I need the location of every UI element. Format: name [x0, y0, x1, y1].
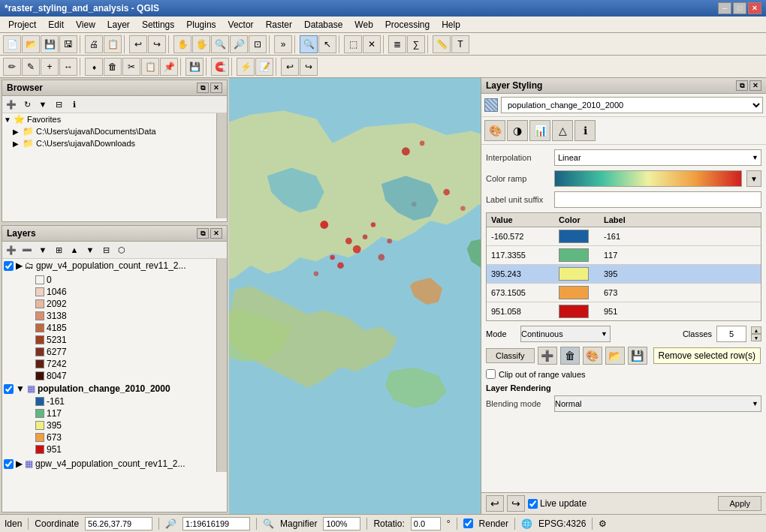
layer-row-g1-0[interactable]: 0 — [23, 274, 216, 286]
layer-row-g1-5[interactable]: 5231 — [23, 334, 216, 346]
select-feature-btn[interactable]: ↖ — [318, 35, 336, 53]
browser-filter-btn[interactable]: ▼ — [35, 98, 50, 111]
coordinate-input[interactable] — [85, 517, 152, 530]
delete-selected-btn[interactable]: 🗑 — [104, 58, 122, 76]
layer-group-1-header[interactable]: ▶ 🗂 gpw_v4_population_count_rev11_2... — [2, 259, 216, 272]
layers-group-btn[interactable]: ⊟ — [98, 243, 113, 257]
menu-plugins[interactable]: Plugins — [181, 17, 221, 32]
pan-map-btn[interactable]: 🖐 — [192, 35, 210, 53]
more-tools-btn[interactable]: » — [274, 35, 292, 53]
open-project-btn[interactable]: 📂 — [22, 35, 40, 53]
move-feature-btn[interactable]: ↔ — [59, 58, 77, 76]
vt-color-2[interactable] — [554, 265, 599, 283]
menu-settings[interactable]: Settings — [137, 17, 179, 32]
menu-layer[interactable]: Layer — [102, 17, 135, 32]
save-edits-btn[interactable]: 💾 — [185, 58, 204, 76]
layer-row-g2-0[interactable]: -161 — [23, 395, 216, 407]
layer-row-g2-1[interactable]: 117 — [23, 407, 216, 419]
edit-btn[interactable]: ✎ — [22, 58, 40, 76]
measure-btn[interactable]: 📏 — [433, 35, 451, 53]
print-preview-btn[interactable]: 📋 — [104, 35, 122, 53]
layer-group-2-header[interactable]: ▼ ▦ population_change_2010_2000 — [2, 382, 216, 395]
identify-btn[interactable]: 🔍 — [300, 35, 318, 53]
classes-up-btn[interactable]: ▲ — [751, 326, 761, 334]
layer-row-g1-4[interactable]: 4185 — [23, 322, 216, 334]
load-btn[interactable]: 📂 — [605, 347, 625, 365]
save-btn[interactable]: 💾 — [628, 347, 647, 365]
vt-color-0[interactable] — [554, 227, 599, 245]
map-canvas[interactable] — [229, 78, 481, 514]
label-unit-input[interactable] — [554, 191, 761, 208]
layer-dropdown[interactable]: population_change_2010_2000 — [501, 97, 763, 113]
layer-row-g2-4[interactable]: 951 — [23, 443, 216, 455]
layer-row-g1-6[interactable]: 6277 — [23, 346, 216, 358]
print-btn[interactable]: 🖨 — [85, 35, 103, 53]
layer-group-3-header[interactable]: ▶ ▦ gpw_v4_population_count_rev11_2... — [2, 457, 216, 470]
tab-paint-icon[interactable]: 🎨 — [484, 120, 505, 141]
select-rect-btn[interactable]: ⬚ — [344, 35, 362, 53]
classes-down-btn[interactable]: ▼ — [751, 334, 761, 341]
menu-vector[interactable]: Vector — [223, 17, 259, 32]
layers-open-btn[interactable]: ⊞ — [51, 243, 66, 257]
clip-checkbox[interactable] — [486, 369, 496, 379]
rotation-input[interactable] — [411, 517, 441, 530]
live-update-checkbox[interactable] — [528, 499, 538, 509]
menu-database[interactable]: Database — [299, 17, 348, 32]
browser-add-btn[interactable]: ➕ — [4, 98, 19, 111]
styling-float-btn[interactable]: ⧉ — [736, 80, 748, 91]
layer-row-g1-8[interactable]: 8047 — [23, 370, 216, 382]
cut-features-btn[interactable]: ✂ — [122, 58, 140, 76]
close-btn[interactable]: ✕ — [748, 2, 761, 14]
deselect-btn[interactable]: ✕ — [363, 35, 381, 53]
browser-scrollbar[interactable] — [216, 113, 227, 218]
table-row-4[interactable]: 951.058 951 — [487, 302, 761, 320]
browser-info-btn[interactable]: ℹ — [67, 98, 82, 111]
add-feature-btn[interactable]: + — [41, 58, 59, 76]
classify-button[interactable]: Classify — [486, 348, 535, 363]
layer-row-g1-2[interactable]: 2092 — [23, 298, 216, 310]
layer-group-3-check[interactable] — [4, 459, 14, 469]
browser-collapse-btn[interactable]: ⊟ — [51, 98, 66, 111]
menu-view[interactable]: View — [71, 17, 101, 32]
layers-down-btn[interactable]: ▼ — [83, 243, 98, 257]
text-annotation-btn[interactable]: T — [451, 35, 469, 53]
open-attribute-table-btn[interactable]: ≣ — [388, 35, 406, 53]
layers-float-btn[interactable]: ⧉ — [197, 228, 209, 239]
menu-edit[interactable]: Edit — [43, 17, 69, 32]
classes-input[interactable] — [716, 326, 746, 342]
table-row-0[interactable]: -160.572 -161 — [487, 227, 761, 246]
layer-group-2-check[interactable] — [4, 384, 14, 394]
styling-close-btn[interactable]: ✕ — [749, 80, 761, 91]
copy-features-btn[interactable]: 📋 — [141, 58, 159, 76]
magnifier-input[interactable] — [323, 517, 360, 530]
layers-add-btn[interactable]: ➕ — [4, 243, 19, 257]
undo-btn[interactable]: ↩ — [129, 35, 147, 53]
layers-up-btn[interactable]: ▲ — [67, 243, 82, 257]
interpolation-select[interactable]: Linear — [554, 149, 761, 166]
zoom-full-btn[interactable]: ⊡ — [249, 35, 267, 53]
add-row-btn[interactable]: ➕ — [538, 347, 557, 365]
layers-close-btn[interactable]: ✕ — [210, 228, 222, 239]
maximize-btn[interactable]: □ — [733, 2, 746, 14]
table-row-3[interactable]: 673.1505 673 — [487, 284, 761, 302]
browser-float-btn[interactable]: ⧉ — [197, 83, 209, 93]
mode-select[interactable]: Continuous — [520, 326, 611, 342]
scale-input[interactable] — [182, 517, 250, 530]
undo2-btn[interactable]: ↩ — [281, 58, 299, 76]
remove-row-btn[interactable]: 🗑 — [560, 347, 580, 365]
layer-row-g1-3[interactable]: 3138 — [23, 310, 216, 322]
menu-raster[interactable]: Raster — [261, 17, 297, 32]
browser-downloads-item[interactable]: ▶ 📁 C:\Users\ujaval\Downloads — [11, 137, 216, 149]
form-btn[interactable]: 📝 — [255, 58, 273, 76]
color-btn[interactable]: 🎨 — [583, 347, 602, 365]
redo-btn[interactable]: ↪ — [148, 35, 166, 53]
tab-histogram-icon[interactable]: 📊 — [529, 120, 550, 141]
save-project-btn[interactable]: 💾 — [41, 35, 59, 53]
browser-refresh-btn[interactable]: ↻ — [20, 98, 35, 111]
menu-help[interactable]: Help — [436, 17, 466, 32]
redo2-btn[interactable]: ↪ — [300, 58, 318, 76]
menu-web[interactable]: Web — [349, 17, 378, 32]
browser-close-btn[interactable]: ✕ — [210, 83, 222, 93]
statistics-btn[interactable]: ∑ — [407, 35, 425, 53]
vt-color-4[interactable] — [554, 302, 599, 320]
